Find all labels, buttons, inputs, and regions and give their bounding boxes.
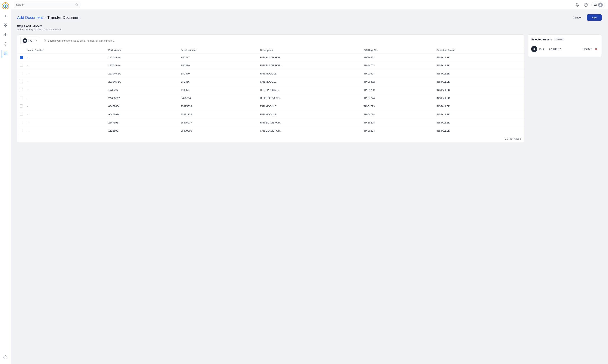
row-checkbox-cell-3[interactable] — [17, 78, 25, 86]
row-checkbox-cell-6[interactable] — [17, 102, 25, 110]
row-checkbox-7[interactable] — [20, 113, 23, 116]
row-checkbox-cell-1[interactable] — [17, 61, 25, 69]
svg-rect-8 — [6, 24, 7, 25]
table-header-row: Model Number Part Number Serial Number D… — [17, 47, 525, 54]
table-header-serial: Serial Number — [178, 47, 258, 54]
help-icon[interactable] — [583, 2, 589, 8]
notifications-icon[interactable] — [574, 2, 580, 8]
search-input[interactable] — [16, 3, 75, 6]
table-row: - 60472634 90475534 FAN MODULE TP-54729 … — [17, 102, 525, 110]
row-description-4: HIGH PRESSU... — [258, 86, 361, 94]
svg-point-29 — [44, 39, 46, 41]
row-checkbox-8[interactable] — [20, 121, 23, 124]
step-title: Step 1 of 3 - Assets — [17, 25, 602, 28]
svg-line-17 — [4, 45, 5, 45]
row-model-7: - — [25, 110, 106, 118]
row-checkbox-6[interactable] — [20, 104, 23, 107]
row-checkbox-cell-0[interactable]: ✓ — [17, 54, 25, 62]
table-row: - 223045-1A SP2466 FAN MODULE TP-36472 I… — [17, 78, 525, 86]
row-part-8: 26475937 — [106, 118, 178, 127]
row-serial-8: 26475937 — [178, 118, 258, 127]
app-logo[interactable] — [2, 2, 9, 9]
row-checkbox-3[interactable] — [20, 80, 23, 83]
panel-toolbar: PART ▾ — [17, 35, 525, 47]
row-status-1: INSTALLED — [434, 61, 525, 69]
svg-point-2 — [5, 5, 6, 7]
table-row: - 2A433062 P425794 DIFFUSER & CO... TP-5… — [17, 94, 525, 102]
page-content: Add Document › Transfer Document Cancel … — [11, 10, 608, 364]
page-header: Add Document › Transfer Document Cancel … — [17, 14, 602, 21]
table-header-model: Model Number — [25, 47, 106, 54]
maintenance-icon — [3, 42, 7, 47]
row-status-7: INSTALLED — [434, 110, 525, 118]
row-part-9: 11225937 — [106, 127, 178, 135]
row-checkbox-cell-2[interactable] — [17, 69, 25, 78]
table-footer: 20 Part Assets — [17, 135, 525, 143]
row-part-3: 223045-1A — [106, 78, 178, 86]
settings-icon — [3, 355, 7, 360]
search-wrapper[interactable] — [14, 1, 80, 8]
svg-line-25 — [77, 5, 78, 6]
step-info: Step 1 of 3 - Assets Select primary asse… — [17, 25, 602, 31]
row-status-2: INSTALLED — [434, 69, 525, 78]
part-type-selector[interactable]: PART ▾ — [20, 37, 39, 44]
sidebar-item-dashboard[interactable] — [1, 22, 9, 29]
add-button[interactable]: + — [2, 13, 9, 19]
row-serial-4: 418959 — [178, 86, 258, 94]
left-panel: PART ▾ — [17, 34, 525, 143]
row-description-9: FAN BLADE FOR... — [258, 127, 361, 135]
row-part-6: 60472634 — [106, 102, 178, 110]
svg-point-28 — [600, 4, 601, 5]
user-badge[interactable]: BA — [592, 1, 605, 8]
row-part-0: 223045-1A — [106, 54, 178, 62]
row-model-5: - — [25, 94, 106, 102]
table-header-part: Part Number — [106, 47, 178, 54]
row-acreg-6: TP-54729 — [361, 102, 434, 110]
row-checkbox-cell-9[interactable] — [17, 127, 25, 135]
part-type-icon — [23, 38, 27, 43]
sidebar-item-flights[interactable] — [1, 31, 9, 39]
row-acreg-0: TP-24622 — [361, 54, 434, 62]
row-acreg-1: TP-94753 — [361, 61, 434, 69]
row-checkbox-1[interactable] — [20, 64, 23, 67]
component-search-input[interactable] — [48, 39, 519, 42]
row-checkbox-cell-4[interactable] — [17, 86, 25, 94]
row-serial-6: 90475534 — [178, 102, 258, 110]
row-part-4: 4W6516 — [106, 86, 178, 94]
row-checkbox-9[interactable] — [20, 129, 23, 132]
table-header-status: Condition Status — [434, 47, 525, 54]
svg-point-24 — [76, 3, 78, 5]
row-checkbox-2[interactable] — [20, 72, 23, 75]
panels: PART ▾ — [17, 34, 602, 143]
row-checkbox-cell-5[interactable] — [17, 94, 25, 102]
sidebar: + — [0, 0, 11, 364]
row-acreg-8: TP-36294 — [361, 118, 434, 127]
remove-selected-item-button-0[interactable]: ✕ — [594, 47, 598, 51]
breadcrumb-link[interactable]: Add Document — [17, 15, 43, 20]
svg-line-18 — [6, 43, 6, 43]
row-model-4: - — [25, 86, 106, 94]
row-description-7: FAN MODULE — [258, 110, 361, 118]
table-row: - 223045-1A SP2379 FAN MODULE TP-93627 I… — [17, 69, 525, 78]
cancel-button[interactable]: Cancel — [570, 14, 585, 21]
sidebar-item-settings[interactable] — [1, 354, 9, 362]
row-model-2: - — [25, 69, 106, 78]
sidebar-item-documents[interactable] — [1, 50, 9, 58]
next-button[interactable]: Next — [587, 14, 602, 21]
search-icon — [75, 3, 78, 6]
row-acreg-7: TP-54718 — [361, 110, 434, 118]
row-model-1: - — [25, 61, 106, 69]
table-header-acreg: A/C Reg. No. — [361, 47, 434, 54]
row-acreg-5: TP-57774 — [361, 94, 434, 102]
row-checkbox-cell-7[interactable] — [17, 110, 25, 118]
row-checkbox-5[interactable] — [20, 96, 23, 99]
row-checkbox-4[interactable] — [20, 88, 23, 91]
row-description-0: FAN BLADE FOR... — [258, 54, 361, 62]
row-checkbox-cell-8[interactable] — [17, 118, 25, 127]
table-header-checkbox — [17, 47, 25, 54]
row-checkbox-0[interactable]: ✓ — [20, 56, 23, 59]
right-panel: Selected Assets 1 Asset Part 223045-1A S… — [528, 34, 602, 57]
row-model-6: - — [25, 102, 106, 110]
sidebar-item-maintenance[interactable] — [1, 40, 9, 48]
selected-item-type-0: Part — [539, 48, 547, 51]
